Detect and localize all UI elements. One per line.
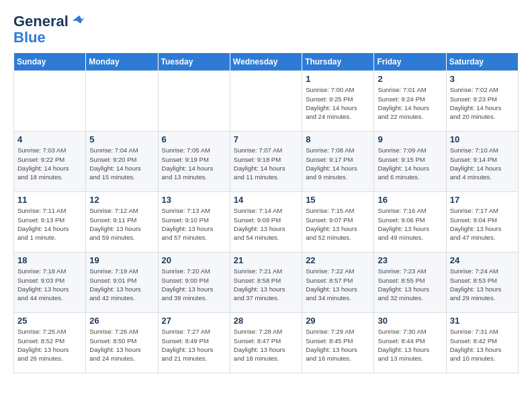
day-info: Sunrise: 7:22 AM Sunset: 8:57 PM Dayligh…	[306, 267, 370, 302]
calendar-week-3: 11Sunrise: 7:11 AM Sunset: 9:13 PM Dayli…	[14, 192, 519, 253]
day-number: 23	[378, 255, 442, 265]
day-number: 30	[378, 316, 442, 326]
calendar-header-row: SundayMondayTuesdayWednesdayThursdayFrid…	[14, 53, 519, 71]
calendar-cell: 24Sunrise: 7:24 AM Sunset: 8:53 PM Dayli…	[446, 253, 518, 313]
calendar-cell: 13Sunrise: 7:13 AM Sunset: 9:10 PM Dayli…	[158, 192, 230, 253]
day-number: 10	[450, 134, 515, 144]
day-number: 28	[234, 316, 298, 326]
day-info: Sunrise: 7:13 AM Sunset: 9:10 PM Dayligh…	[162, 206, 226, 242]
day-number: 12	[89, 195, 154, 205]
day-info: Sunrise: 7:19 AM Sunset: 9:01 PM Dayligh…	[89, 267, 154, 302]
calendar-week-2: 4Sunrise: 7:03 AM Sunset: 9:22 PM Daylig…	[14, 132, 519, 192]
calendar-cell: 19Sunrise: 7:19 AM Sunset: 9:01 PM Dayli…	[86, 253, 158, 313]
logo: General Blue	[13, 13, 85, 46]
calendar-week-4: 18Sunrise: 7:18 AM Sunset: 9:03 PM Dayli…	[14, 253, 519, 313]
calendar-cell: 1Sunrise: 7:00 AM Sunset: 9:25 PM Daylig…	[302, 71, 374, 132]
calendar-cell: 28Sunrise: 7:28 AM Sunset: 8:47 PM Dayli…	[230, 313, 302, 373]
logo-general: General	[13, 13, 69, 30]
day-number: 9	[378, 134, 442, 144]
day-info: Sunrise: 7:08 AM Sunset: 9:17 PM Dayligh…	[306, 146, 370, 181]
calendar-cell: 12Sunrise: 7:12 AM Sunset: 9:11 PM Dayli…	[86, 192, 158, 253]
logo-blue: Blue	[13, 30, 46, 46]
calendar-cell: 23Sunrise: 7:23 AM Sunset: 8:55 PM Dayli…	[374, 253, 446, 313]
day-info: Sunrise: 7:26 AM Sunset: 8:50 PM Dayligh…	[89, 327, 154, 363]
calendar-cell: 30Sunrise: 7:30 AM Sunset: 8:44 PM Dayli…	[374, 313, 446, 373]
day-number: 4	[17, 134, 82, 144]
calendar-cell: 16Sunrise: 7:16 AM Sunset: 9:06 PM Dayli…	[374, 192, 446, 253]
day-number: 15	[306, 195, 370, 205]
calendar-week-1: 1Sunrise: 7:00 AM Sunset: 9:25 PM Daylig…	[14, 71, 519, 132]
day-number: 27	[162, 316, 226, 326]
day-number: 3	[450, 74, 515, 84]
col-header-monday: Monday	[86, 53, 158, 71]
day-info: Sunrise: 7:16 AM Sunset: 9:06 PM Dayligh…	[378, 206, 442, 242]
calendar-cell: 11Sunrise: 7:11 AM Sunset: 9:13 PM Dayli…	[14, 192, 86, 253]
calendar-cell: 2Sunrise: 7:01 AM Sunset: 9:24 PM Daylig…	[374, 71, 446, 132]
calendar-cell: 17Sunrise: 7:17 AM Sunset: 9:04 PM Dayli…	[446, 192, 518, 253]
day-info: Sunrise: 7:14 AM Sunset: 9:08 PM Dayligh…	[234, 206, 298, 242]
day-number: 6	[162, 134, 226, 144]
day-info: Sunrise: 7:02 AM Sunset: 9:23 PM Dayligh…	[450, 85, 515, 121]
calendar-cell	[86, 71, 158, 132]
day-info: Sunrise: 7:09 AM Sunset: 9:15 PM Dayligh…	[378, 146, 442, 181]
day-info: Sunrise: 7:01 AM Sunset: 9:24 PM Dayligh…	[378, 85, 442, 121]
day-number: 17	[450, 195, 515, 205]
day-number: 29	[306, 316, 370, 326]
day-info: Sunrise: 7:04 AM Sunset: 9:20 PM Dayligh…	[89, 146, 154, 181]
day-info: Sunrise: 7:29 AM Sunset: 8:45 PM Dayligh…	[306, 327, 370, 363]
col-header-wednesday: Wednesday	[230, 53, 302, 71]
calendar-cell: 25Sunrise: 7:25 AM Sunset: 8:52 PM Dayli…	[14, 313, 86, 373]
calendar-cell: 27Sunrise: 7:27 AM Sunset: 8:49 PM Dayli…	[158, 313, 230, 373]
day-number: 7	[234, 134, 298, 144]
calendar-cell: 8Sunrise: 7:08 AM Sunset: 9:17 PM Daylig…	[302, 132, 374, 192]
day-number: 2	[378, 74, 442, 84]
page-header: General Blue	[13, 13, 519, 46]
calendar-cell: 18Sunrise: 7:18 AM Sunset: 9:03 PM Dayli…	[14, 253, 86, 313]
day-info: Sunrise: 7:23 AM Sunset: 8:55 PM Dayligh…	[378, 267, 442, 302]
day-number: 8	[306, 134, 370, 144]
day-info: Sunrise: 7:24 AM Sunset: 8:53 PM Dayligh…	[450, 267, 515, 302]
logo-bird-icon	[70, 14, 85, 28]
day-info: Sunrise: 7:07 AM Sunset: 9:18 PM Dayligh…	[234, 146, 298, 181]
col-header-saturday: Saturday	[446, 53, 518, 71]
day-info: Sunrise: 7:00 AM Sunset: 9:25 PM Dayligh…	[306, 85, 370, 121]
day-info: Sunrise: 7:21 AM Sunset: 8:58 PM Dayligh…	[234, 267, 298, 302]
day-number: 14	[234, 195, 298, 205]
calendar-cell	[158, 71, 230, 132]
day-number: 18	[17, 255, 82, 265]
day-number: 26	[89, 316, 154, 326]
calendar-cell: 7Sunrise: 7:07 AM Sunset: 9:18 PM Daylig…	[230, 132, 302, 192]
calendar-cell: 21Sunrise: 7:21 AM Sunset: 8:58 PM Dayli…	[230, 253, 302, 313]
day-info: Sunrise: 7:25 AM Sunset: 8:52 PM Dayligh…	[17, 327, 82, 363]
col-header-friday: Friday	[374, 53, 446, 71]
day-number: 1	[306, 74, 370, 84]
day-number: 5	[89, 134, 154, 144]
calendar-week-5: 25Sunrise: 7:25 AM Sunset: 8:52 PM Dayli…	[14, 313, 519, 373]
calendar-cell: 5Sunrise: 7:04 AM Sunset: 9:20 PM Daylig…	[86, 132, 158, 192]
col-header-tuesday: Tuesday	[158, 53, 230, 71]
calendar-cell: 26Sunrise: 7:26 AM Sunset: 8:50 PM Dayli…	[86, 313, 158, 373]
calendar-cell: 9Sunrise: 7:09 AM Sunset: 9:15 PM Daylig…	[374, 132, 446, 192]
day-info: Sunrise: 7:28 AM Sunset: 8:47 PM Dayligh…	[234, 327, 298, 363]
calendar-cell: 3Sunrise: 7:02 AM Sunset: 9:23 PM Daylig…	[446, 71, 518, 132]
day-info: Sunrise: 7:27 AM Sunset: 8:49 PM Dayligh…	[162, 327, 226, 363]
calendar-table: SundayMondayTuesdayWednesdayThursdayFrid…	[13, 52, 519, 373]
day-info: Sunrise: 7:31 AM Sunset: 8:42 PM Dayligh…	[450, 327, 515, 363]
day-info: Sunrise: 7:18 AM Sunset: 9:03 PM Dayligh…	[17, 267, 82, 302]
day-info: Sunrise: 7:15 AM Sunset: 9:07 PM Dayligh…	[306, 206, 370, 242]
day-number: 24	[450, 255, 515, 265]
day-number: 16	[378, 195, 442, 205]
day-number: 11	[17, 195, 82, 205]
calendar-cell: 10Sunrise: 7:10 AM Sunset: 9:14 PM Dayli…	[446, 132, 518, 192]
day-info: Sunrise: 7:30 AM Sunset: 8:44 PM Dayligh…	[378, 327, 442, 363]
day-info: Sunrise: 7:20 AM Sunset: 9:00 PM Dayligh…	[162, 267, 226, 302]
day-info: Sunrise: 7:17 AM Sunset: 9:04 PM Dayligh…	[450, 206, 515, 242]
day-number: 19	[89, 255, 154, 265]
day-info: Sunrise: 7:11 AM Sunset: 9:13 PM Dayligh…	[17, 206, 82, 242]
calendar-cell: 29Sunrise: 7:29 AM Sunset: 8:45 PM Dayli…	[302, 313, 374, 373]
day-number: 20	[162, 255, 226, 265]
day-number: 22	[306, 255, 370, 265]
calendar-cell: 20Sunrise: 7:20 AM Sunset: 9:00 PM Dayli…	[158, 253, 230, 313]
day-number: 31	[450, 316, 515, 326]
day-number: 25	[17, 316, 82, 326]
